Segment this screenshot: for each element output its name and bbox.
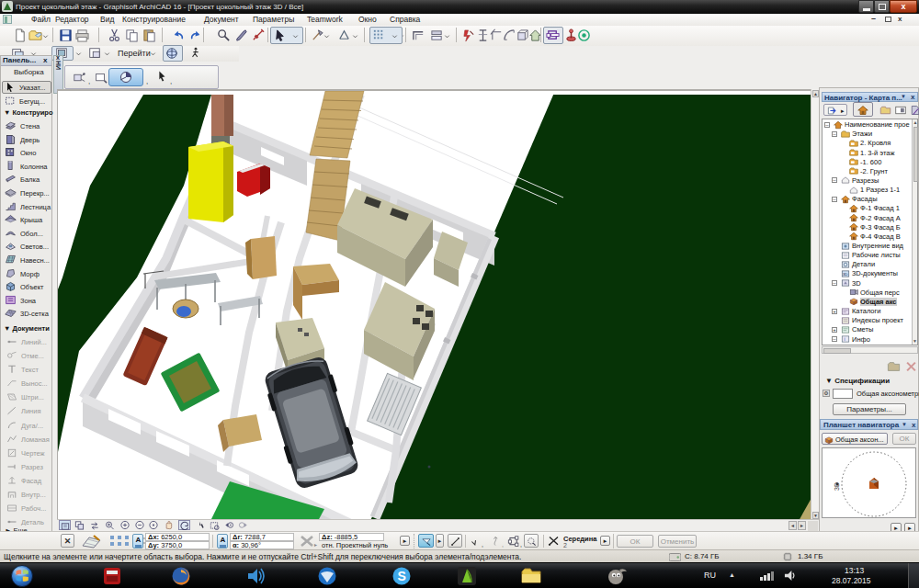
svg-text:S: S [398,569,406,583]
svg-text:i: i [844,336,845,342]
svg-text:3D: 3D [843,272,848,277]
